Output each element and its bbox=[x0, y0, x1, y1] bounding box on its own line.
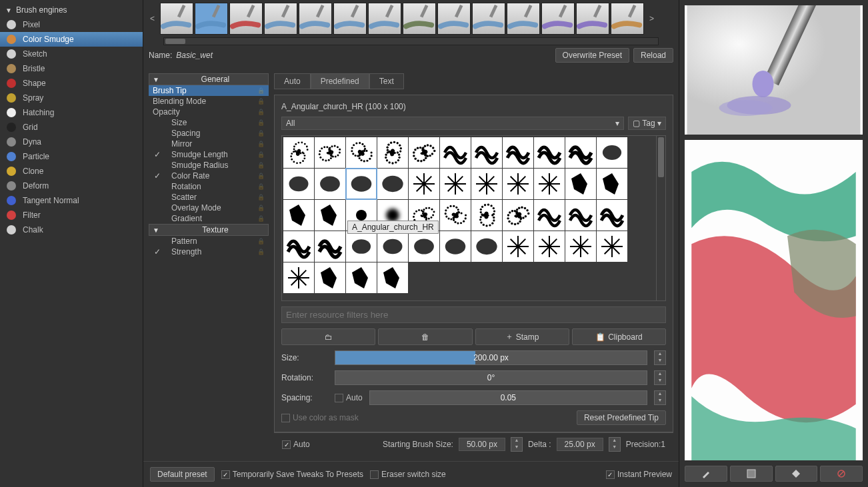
tip-grid[interactable]: A_Angular_church_HR bbox=[281, 135, 666, 301]
tree-item-overlay-mode[interactable]: Overlay Mode🔒 bbox=[149, 203, 269, 213]
tree-item-size[interactable]: Size🔒 bbox=[149, 117, 269, 128]
tip-cell[interactable] bbox=[471, 200, 502, 231]
instant-preview-checkbox[interactable]: Instant Preview bbox=[606, 470, 672, 479]
starting-size-input[interactable]: 50.00 px bbox=[459, 438, 505, 451]
preset-thumb[interactable] bbox=[403, 3, 436, 35]
tip-cell[interactable] bbox=[597, 231, 627, 262]
carousel-next[interactable]: > bbox=[647, 14, 657, 23]
tip-cell[interactable] bbox=[440, 137, 471, 168]
tip-cell[interactable] bbox=[315, 200, 345, 231]
tree-item-gradient[interactable]: Gradient🔒 bbox=[149, 213, 269, 224]
tip-cell[interactable] bbox=[409, 137, 439, 168]
reload-button[interactable]: Reload bbox=[633, 48, 673, 63]
rotation-spinner[interactable]: ▲▼ bbox=[654, 370, 666, 385]
rotation-slider[interactable]: 0° bbox=[335, 370, 647, 385]
carousel-prev[interactable]: < bbox=[147, 14, 157, 23]
preset-name-field[interactable]: Basic_wet bbox=[176, 51, 551, 60]
delete-tip-button[interactable]: 🗑 bbox=[378, 328, 472, 345]
tree-item-strength[interactable]: ✓Strength🔒 bbox=[149, 246, 269, 257]
tip-cell[interactable] bbox=[440, 231, 471, 262]
preset-thumb[interactable] bbox=[229, 3, 263, 35]
tip-cell[interactable] bbox=[503, 200, 533, 231]
use-color-mask-checkbox[interactable]: Use color as mask bbox=[281, 413, 359, 422]
preset-thumb[interactable] bbox=[160, 3, 193, 35]
tree-item-blending-mode[interactable]: Blending Mode🔒 bbox=[149, 96, 269, 107]
tip-cell[interactable] bbox=[534, 169, 565, 199]
spacing-auto-checkbox[interactable]: Auto bbox=[335, 393, 363, 402]
spacing-slider[interactable]: 0.05 bbox=[369, 390, 647, 405]
tip-cell[interactable] bbox=[565, 200, 596, 231]
engine-item-tangent-normal[interactable]: Tangent Normal bbox=[0, 193, 143, 208]
preset-thumb[interactable] bbox=[472, 3, 505, 35]
tip-cell[interactable] bbox=[283, 137, 314, 168]
engine-item-bristle[interactable]: Bristle bbox=[0, 61, 143, 76]
starting-size-spinner[interactable]: ▲▼ bbox=[511, 437, 523, 452]
tip-cell[interactable] bbox=[565, 231, 596, 262]
tip-cell[interactable] bbox=[471, 169, 502, 199]
tip-cell[interactable] bbox=[597, 200, 627, 231]
tip-cell[interactable] bbox=[565, 137, 596, 168]
tree-item-rotation[interactable]: Rotation🔒 bbox=[149, 181, 269, 192]
engine-item-spray[interactable]: Spray bbox=[0, 91, 143, 105]
tip-cell[interactable] bbox=[346, 231, 377, 262]
tip-cell[interactable] bbox=[503, 169, 533, 199]
precision-auto-checkbox[interactable]: Auto bbox=[282, 440, 310, 449]
engine-item-filter[interactable]: Filter bbox=[0, 208, 143, 223]
tree-item-pattern[interactable]: Pattern🔒 bbox=[149, 236, 269, 246]
tip-cell[interactable] bbox=[503, 231, 533, 262]
stamp-button[interactable]: ＋ Stamp bbox=[475, 328, 569, 345]
tree-section-header[interactable]: ▼Texture bbox=[149, 224, 269, 236]
preset-thumb[interactable] bbox=[299, 3, 332, 35]
preset-thumb[interactable] bbox=[437, 3, 471, 35]
tree-item-mirror[interactable]: Mirror🔒 bbox=[149, 139, 269, 149]
engine-item-color-smudge[interactable]: Color Smudge bbox=[0, 32, 143, 47]
tip-cell[interactable] bbox=[315, 262, 345, 293]
tip-cell[interactable] bbox=[377, 231, 408, 262]
tip-filter-select[interactable]: All ▾ bbox=[281, 117, 624, 130]
preset-thumb[interactable] bbox=[264, 3, 297, 35]
scratchpad-fill-button[interactable] bbox=[775, 466, 818, 482]
delta-input[interactable]: 25.00 px bbox=[557, 438, 603, 451]
tip-cell[interactable] bbox=[534, 231, 565, 262]
overwrite-preset-button[interactable]: Overwrite Preset bbox=[555, 48, 629, 63]
tip-cell[interactable] bbox=[283, 200, 314, 231]
tree-item-spacing[interactable]: Spacing🔒 bbox=[149, 128, 269, 139]
tree-item-smudge-length[interactable]: ✓Smudge Length🔒 bbox=[149, 149, 269, 160]
tip-cell[interactable] bbox=[346, 169, 377, 199]
preset-thumb[interactable] bbox=[507, 3, 540, 35]
tip-cell[interactable] bbox=[315, 169, 345, 199]
engine-item-hatching[interactable]: Hatching bbox=[0, 105, 143, 120]
default-preset-button[interactable]: Default preset bbox=[150, 467, 215, 482]
tip-cell[interactable] bbox=[534, 200, 565, 231]
tip-cell[interactable] bbox=[283, 262, 314, 293]
preset-thumb[interactable] bbox=[541, 3, 575, 35]
tag-button[interactable]: ▢ Tag ▾ bbox=[628, 117, 666, 130]
delta-spinner[interactable]: ▲▼ bbox=[609, 437, 621, 452]
tip-grid-scrollbar[interactable] bbox=[656, 136, 665, 300]
scratchpad-gradient-button[interactable] bbox=[730, 466, 773, 482]
tip-cell[interactable] bbox=[315, 231, 345, 262]
preset-thumb[interactable] bbox=[368, 3, 401, 35]
scratchpad-clear-button[interactable] bbox=[820, 466, 863, 482]
tip-cell[interactable] bbox=[534, 137, 565, 168]
tree-item-scatter[interactable]: Scatter🔒 bbox=[149, 192, 269, 203]
tip-cell[interactable] bbox=[377, 169, 408, 199]
tree-item-opacity[interactable]: Opacity🔒 bbox=[149, 107, 269, 117]
spacing-spinner[interactable]: ▲▼ bbox=[654, 390, 666, 405]
engine-item-dyna[interactable]: Dyna bbox=[0, 135, 143, 149]
tip-cell[interactable] bbox=[315, 137, 345, 168]
import-tip-button[interactable]: 🗀 bbox=[281, 328, 375, 345]
reset-predefined-tip-button[interactable]: Reset Predefined Tip bbox=[577, 410, 666, 425]
tab-text[interactable]: Text bbox=[369, 73, 404, 89]
preset-thumb[interactable] bbox=[195, 3, 228, 35]
tip-cell[interactable] bbox=[346, 137, 377, 168]
tip-cell[interactable] bbox=[565, 169, 596, 199]
tip-cell[interactable] bbox=[440, 169, 471, 199]
tip-cell[interactable] bbox=[440, 200, 471, 231]
tip-cell[interactable] bbox=[409, 231, 439, 262]
preset-thumb[interactable] bbox=[611, 3, 644, 35]
engine-item-grid[interactable]: Grid bbox=[0, 120, 143, 135]
tree-section-header[interactable]: ▼General bbox=[149, 73, 269, 85]
tip-cell[interactable] bbox=[346, 262, 377, 293]
tip-cell[interactable] bbox=[597, 169, 627, 199]
